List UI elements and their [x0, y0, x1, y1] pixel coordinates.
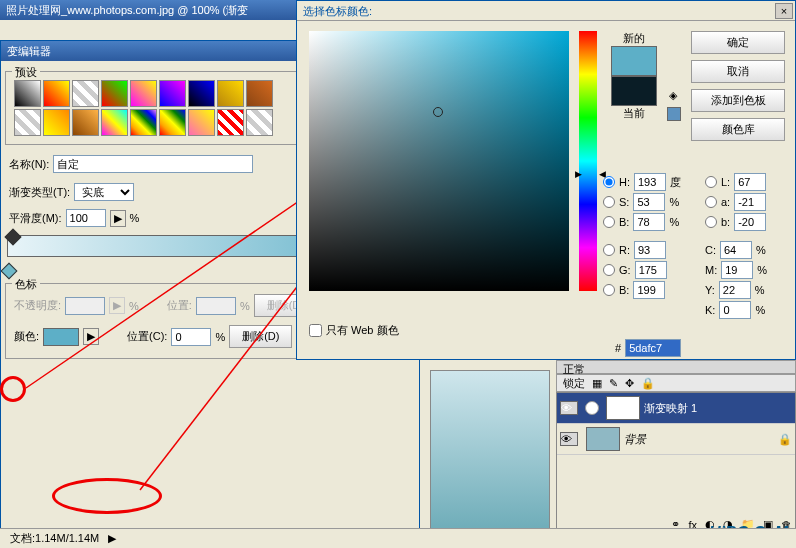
c-input[interactable] [720, 241, 752, 259]
adjustment-icon[interactable] [585, 401, 599, 415]
percent-label-2: % [129, 300, 139, 312]
color-label: 颜色: [14, 329, 39, 344]
preset-swatch[interactable] [43, 80, 70, 107]
preset-swatch[interactable] [159, 109, 186, 136]
preset-swatch[interactable] [246, 109, 273, 136]
lock-icon: 🔒 [778, 433, 792, 446]
stops-label: 色标 [12, 277, 40, 292]
preset-swatch[interactable] [130, 80, 157, 107]
g-radio[interactable] [603, 264, 615, 276]
percent-label-4: % [215, 331, 225, 343]
web-only-checkbox[interactable] [309, 324, 322, 337]
preset-swatch[interactable] [72, 109, 99, 136]
new-current-group: 新的 当前 [611, 31, 657, 121]
color-field-cursor[interactable] [433, 107, 443, 117]
k-unit: % [755, 304, 765, 316]
color-lib-button[interactable]: 颜色库 [691, 118, 785, 141]
visibility-icon[interactable]: 👁 [560, 401, 578, 415]
c-label: C: [705, 244, 716, 256]
a-label: a: [721, 196, 730, 208]
preset-swatch[interactable] [101, 109, 128, 136]
preset-swatch[interactable] [43, 109, 70, 136]
preset-swatch[interactable] [14, 109, 41, 136]
preset-swatch[interactable] [72, 80, 99, 107]
websafe-swatch[interactable] [667, 107, 681, 121]
h-input[interactable] [634, 173, 666, 191]
mask-thumb[interactable] [606, 396, 640, 420]
preset-swatch[interactable] [246, 80, 273, 107]
lock-all-icon[interactable]: 🔒 [641, 377, 655, 389]
ok-button[interactable]: 确定 [691, 31, 785, 54]
lock-transparent-icon[interactable]: ▦ [592, 377, 602, 389]
b-radio[interactable] [603, 216, 615, 228]
layers-lock-row: 锁定 ▦ ✎ ✥ 🔒 [556, 374, 796, 392]
current-label: 当前 [611, 106, 657, 121]
y-input[interactable] [719, 281, 751, 299]
lock-paint-icon[interactable]: ✎ [609, 377, 618, 389]
layer-row-active[interactable]: 👁 渐变映射 1 [557, 393, 795, 424]
b-label: B: [619, 216, 629, 228]
close-icon[interactable]: × [775, 3, 793, 19]
smooth-arrow-icon[interactable]: ▶ [110, 210, 126, 227]
layer-thumb[interactable] [586, 427, 620, 451]
delete-color-button[interactable]: 删除(D) [229, 325, 292, 348]
gradient-name-input[interactable] [53, 155, 253, 173]
posc-input[interactable] [171, 328, 211, 346]
k-input[interactable] [719, 301, 751, 319]
gradient-editor-title: 变编辑器 [7, 44, 51, 59]
m-input[interactable] [721, 261, 753, 279]
picker-buttons: 确定 取消 添加到色板 颜色库 [691, 31, 785, 141]
preset-swatch[interactable] [217, 109, 244, 136]
hex-input[interactable] [625, 339, 681, 357]
l-input[interactable] [734, 173, 766, 191]
a-radio[interactable] [705, 196, 717, 208]
gradient-type-select[interactable]: 实底 [74, 183, 134, 201]
add-swatch-button[interactable]: 添加到色板 [691, 89, 785, 112]
smooth-input[interactable] [66, 209, 106, 227]
hsb-group: H:度 S:% B:% R: G: B: [603, 171, 681, 301]
cancel-button[interactable]: 取消 [691, 60, 785, 83]
k-label: K: [705, 304, 715, 316]
r-input[interactable] [634, 241, 666, 259]
web-only-row: 只有 Web 颜色 [309, 323, 399, 338]
hex-row: # [615, 339, 681, 357]
layer-row[interactable]: 👁 背景 🔒 [557, 424, 795, 455]
image-preview [430, 370, 550, 530]
new-color-swatch [611, 46, 657, 76]
lab-b-radio[interactable] [705, 216, 717, 228]
preset-swatch[interactable] [188, 109, 215, 136]
b-input[interactable] [633, 213, 665, 231]
lab-b-input[interactable] [734, 213, 766, 231]
r-radio[interactable] [603, 244, 615, 256]
posc-label: 位置(C): [127, 329, 167, 344]
preset-swatch[interactable] [14, 80, 41, 107]
color-swatch[interactable] [43, 328, 79, 346]
bb-radio[interactable] [603, 284, 615, 296]
preset-swatch[interactable] [159, 80, 186, 107]
s-input[interactable] [633, 193, 665, 211]
lock-move-icon[interactable]: ✥ [625, 377, 634, 389]
s-label: S: [619, 196, 629, 208]
h-radio[interactable] [603, 176, 615, 188]
preset-swatch[interactable] [130, 109, 157, 136]
l-radio[interactable] [705, 176, 717, 188]
preset-swatch[interactable] [101, 80, 128, 107]
a-input[interactable] [734, 193, 766, 211]
status-arrow-icon[interactable]: ▶ [108, 532, 116, 544]
hue-slider[interactable] [579, 31, 597, 291]
color-arrow-icon[interactable]: ▶ [83, 328, 99, 345]
visibility-icon[interactable]: 👁 [560, 432, 578, 446]
g-input[interactable] [635, 261, 667, 279]
color-field[interactable] [309, 31, 569, 291]
name-label: 名称(N): [9, 157, 49, 172]
bb-input[interactable] [633, 281, 665, 299]
cube-icon[interactable]: ◈ [669, 89, 677, 102]
doc-size: 文档:1.14M/1.14M [10, 532, 99, 544]
s-radio[interactable] [603, 196, 615, 208]
preset-swatch[interactable] [188, 80, 215, 107]
preset-swatch[interactable] [217, 80, 244, 107]
current-color-swatch[interactable] [611, 76, 657, 106]
hue-cursor-left[interactable]: ▶ [575, 169, 582, 179]
h-label: H: [619, 176, 630, 188]
bb-label: B: [619, 284, 629, 296]
